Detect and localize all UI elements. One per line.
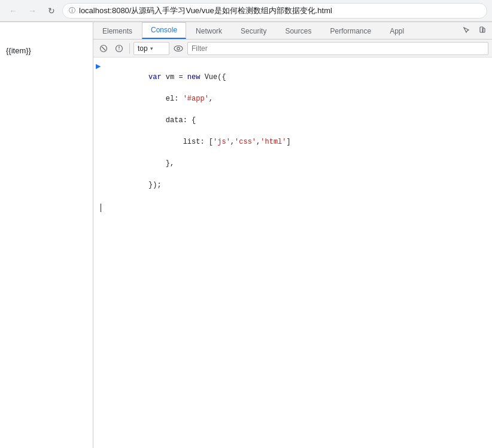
tab-network[interactable]: Network [187,22,231,39]
page-preview: {{item}} [0,22,93,448]
svg-line-3 [102,47,105,50]
context-label: top [138,44,148,53]
tab-security[interactable]: Security [232,22,275,39]
tab-sources[interactable]: Sources [276,22,320,39]
address-bar[interactable]: ⓘ localhost:8080/从源码入手学习Vue/vue是如何检测数组内部… [62,3,487,19]
text-cursor [101,204,101,212]
cursor-inspect-icon [463,26,471,35]
mobile-device-icon [478,26,487,35]
browser-topbar: ← → ↻ ⓘ localhost:8080/从源码入手学习Vue/vue是如何… [0,0,492,22]
tabs-area: Elements Console Network Security Source… [93,22,457,39]
reload-button[interactable]: ↻ [43,2,60,19]
tab-elements[interactable]: Elements [93,22,141,39]
reload-icon: ↻ [48,6,55,16]
stop-recording-button[interactable] [113,42,126,55]
stop-icon [115,44,123,53]
forward-button[interactable]: → [24,2,41,19]
svg-point-8 [177,47,180,49]
devtools-tabs-row: Elements Console Network Security Source… [93,22,492,40]
console-output[interactable]: ▶ var vm = new Vue({ el: '#app', data: {… [93,57,492,448]
console-expand-arrow[interactable]: ▶ [96,62,103,70]
template-text: {{item}} [6,46,31,55]
devtools-main: Elements Console Network Security Source… [93,22,492,448]
back-button[interactable]: ← [5,2,22,19]
filter-input[interactable] [187,42,488,55]
clear-icon [99,44,108,53]
console-toolbar: top ▾ [93,40,492,57]
tab-console[interactable]: Console [142,22,186,39]
clear-console-button[interactable] [97,42,110,55]
panel-icons-area [457,22,492,39]
devtools-panel: {{item}} Elements Console Network Securi… [0,22,492,448]
eye-button[interactable] [172,42,185,55]
console-code-block: var vm = new Vue({ el: '#app', data: { l… [105,61,291,201]
url-text: localhost:8080/从源码入手学习Vue/vue是如何检测数组内部数据… [79,5,332,16]
device-toggle-button[interactable] [475,23,490,38]
tab-performance[interactable]: Performance [321,22,380,39]
console-entry-code: ▶ var vm = new Vue({ el: '#app', data: {… [93,60,492,202]
svg-point-6 [119,49,119,50]
context-dropdown-arrow: ▾ [150,46,153,52]
console-input-line[interactable] [93,202,492,213]
toolbar-separator [129,43,130,54]
lock-icon: ⓘ [69,6,75,15]
tab-application[interactable]: Appl [381,22,413,39]
svg-rect-1 [482,28,485,32]
back-icon: ← [9,6,17,16]
inspect-element-button[interactable] [460,23,474,38]
forward-icon: → [28,6,37,16]
svg-point-7 [174,46,183,51]
context-selector[interactable]: top ▾ [133,42,169,55]
eye-icon [174,45,183,52]
browser-chrome: ← → ↻ ⓘ localhost:8080/从源码入手学习Vue/vue是如何… [0,0,492,22]
